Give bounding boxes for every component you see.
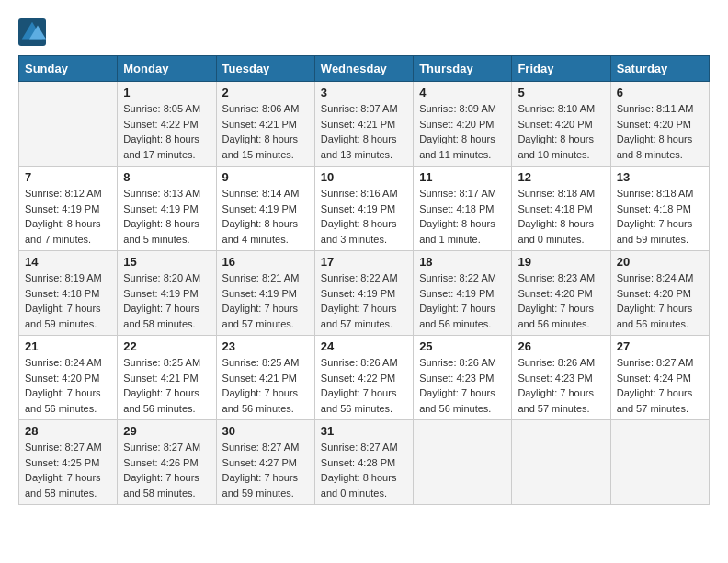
calendar-cell: 1Sunrise: 8:05 AM Sunset: 4:22 PM Daylig… — [118, 82, 216, 167]
page-header — [18, 18, 710, 46]
day-number: 4 — [419, 86, 506, 99]
day-info: Sunrise: 8:24 AM Sunset: 4:20 PM Dayligh… — [617, 270, 703, 331]
day-number: 9 — [222, 170, 309, 184]
calendar-week-row: 14Sunrise: 8:19 AM Sunset: 4:18 PM Dayli… — [19, 251, 710, 336]
day-info: Sunrise: 8:25 AM Sunset: 4:21 PM Dayligh… — [222, 355, 309, 416]
day-info: Sunrise: 8:16 AM Sunset: 4:19 PM Dayligh… — [321, 186, 407, 247]
calendar-cell: 25Sunrise: 8:26 AM Sunset: 4:23 PM Dayli… — [414, 336, 512, 420]
day-info: Sunrise: 8:11 AM Sunset: 4:20 PM Dayligh… — [617, 101, 703, 162]
day-info: Sunrise: 8:10 AM Sunset: 4:20 PM Dayligh… — [518, 101, 604, 162]
day-info: Sunrise: 8:24 AM Sunset: 4:20 PM Dayligh… — [25, 355, 111, 416]
day-number: 21 — [25, 339, 111, 353]
day-info: Sunrise: 8:09 AM Sunset: 4:20 PM Dayligh… — [419, 101, 506, 162]
calendar-cell: 6Sunrise: 8:11 AM Sunset: 4:20 PM Daylig… — [610, 82, 709, 167]
calendar-cell: 27Sunrise: 8:27 AM Sunset: 4:24 PM Dayli… — [610, 336, 709, 420]
calendar-week-row: 7Sunrise: 8:12 AM Sunset: 4:19 PM Daylig… — [19, 167, 710, 251]
day-info: Sunrise: 8:27 AM Sunset: 4:27 PM Dayligh… — [222, 440, 309, 500]
calendar-cell: 20Sunrise: 8:24 AM Sunset: 4:20 PM Dayli… — [610, 251, 709, 336]
calendar-cell: 15Sunrise: 8:20 AM Sunset: 4:19 PM Dayli… — [118, 251, 216, 336]
calendar-cell: 31Sunrise: 8:27 AM Sunset: 4:28 PM Dayli… — [314, 420, 413, 505]
weekday-header-row: SundayMondayTuesdayWednesdayThursdayFrid… — [19, 56, 710, 82]
calendar-cell: 3Sunrise: 8:07 AM Sunset: 4:21 PM Daylig… — [314, 82, 413, 167]
day-info: Sunrise: 8:27 AM Sunset: 4:25 PM Dayligh… — [25, 440, 111, 500]
day-number: 11 — [419, 170, 506, 184]
calendar-cell: 9Sunrise: 8:14 AM Sunset: 4:19 PM Daylig… — [216, 167, 314, 251]
day-number: 26 — [518, 339, 604, 353]
day-number: 22 — [123, 339, 210, 353]
calendar-cell: 28Sunrise: 8:27 AM Sunset: 4:25 PM Dayli… — [19, 420, 118, 505]
calendar-cell: 8Sunrise: 8:13 AM Sunset: 4:19 PM Daylig… — [118, 167, 216, 251]
calendar-cell — [610, 420, 709, 505]
day-number: 12 — [518, 170, 604, 184]
calendar-cell: 2Sunrise: 8:06 AM Sunset: 4:21 PM Daylig… — [216, 82, 314, 167]
calendar-cell: 26Sunrise: 8:26 AM Sunset: 4:23 PM Dayli… — [512, 336, 610, 420]
calendar-cell: 11Sunrise: 8:17 AM Sunset: 4:18 PM Dayli… — [414, 167, 512, 251]
day-info: Sunrise: 8:27 AM Sunset: 4:24 PM Dayligh… — [617, 355, 703, 416]
day-number: 24 — [321, 339, 407, 353]
day-info: Sunrise: 8:21 AM Sunset: 4:19 PM Dayligh… — [222, 270, 309, 331]
day-number: 13 — [617, 170, 703, 184]
day-info: Sunrise: 8:22 AM Sunset: 4:19 PM Dayligh… — [321, 270, 407, 331]
calendar-cell: 7Sunrise: 8:12 AM Sunset: 4:19 PM Daylig… — [19, 167, 118, 251]
day-number: 29 — [123, 424, 210, 438]
day-number: 6 — [617, 86, 703, 99]
calendar-cell: 10Sunrise: 8:16 AM Sunset: 4:19 PM Dayli… — [314, 167, 413, 251]
day-number: 28 — [25, 424, 111, 438]
day-info: Sunrise: 8:25 AM Sunset: 4:21 PM Dayligh… — [123, 355, 210, 416]
day-info: Sunrise: 8:27 AM Sunset: 4:28 PM Dayligh… — [321, 440, 407, 500]
calendar-cell — [19, 82, 118, 167]
weekday-thursday: Thursday — [414, 56, 512, 82]
calendar-cell: 21Sunrise: 8:24 AM Sunset: 4:20 PM Dayli… — [19, 336, 118, 420]
logo-icon — [18, 18, 46, 46]
weekday-monday: Monday — [118, 56, 216, 82]
day-number: 18 — [419, 255, 506, 269]
day-info: Sunrise: 8:13 AM Sunset: 4:19 PM Dayligh… — [123, 186, 210, 247]
calendar-cell: 14Sunrise: 8:19 AM Sunset: 4:18 PM Dayli… — [19, 251, 118, 336]
day-number: 10 — [321, 170, 407, 184]
day-info: Sunrise: 8:26 AM Sunset: 4:23 PM Dayligh… — [419, 355, 506, 416]
calendar-cell: 17Sunrise: 8:22 AM Sunset: 4:19 PM Dayli… — [314, 251, 413, 336]
calendar-cell: 29Sunrise: 8:27 AM Sunset: 4:26 PM Dayli… — [118, 420, 216, 505]
calendar-week-row: 1Sunrise: 8:05 AM Sunset: 4:22 PM Daylig… — [19, 82, 710, 167]
day-number: 1 — [123, 86, 210, 99]
calendar-cell: 5Sunrise: 8:10 AM Sunset: 4:20 PM Daylig… — [512, 82, 610, 167]
day-number: 23 — [222, 339, 309, 353]
calendar-cell: 23Sunrise: 8:25 AM Sunset: 4:21 PM Dayli… — [216, 336, 314, 420]
calendar-table: SundayMondayTuesdayWednesdayThursdayFrid… — [18, 55, 710, 505]
calendar-week-row: 21Sunrise: 8:24 AM Sunset: 4:20 PM Dayli… — [19, 336, 710, 420]
logo — [18, 18, 50, 46]
day-number: 3 — [321, 86, 407, 99]
day-number: 2 — [222, 86, 309, 99]
day-number: 25 — [419, 339, 506, 353]
day-number: 27 — [617, 339, 703, 353]
weekday-tuesday: Tuesday — [216, 56, 314, 82]
calendar-cell: 19Sunrise: 8:23 AM Sunset: 4:20 PM Dayli… — [512, 251, 610, 336]
weekday-saturday: Saturday — [610, 56, 709, 82]
day-info: Sunrise: 8:12 AM Sunset: 4:19 PM Dayligh… — [25, 186, 111, 247]
day-info: Sunrise: 8:05 AM Sunset: 4:22 PM Dayligh… — [123, 101, 210, 162]
day-number: 20 — [617, 255, 703, 269]
calendar-cell — [512, 420, 610, 505]
day-number: 7 — [25, 170, 111, 184]
calendar-cell: 4Sunrise: 8:09 AM Sunset: 4:20 PM Daylig… — [414, 82, 512, 167]
day-number: 19 — [518, 255, 604, 269]
day-number: 8 — [123, 170, 210, 184]
day-info: Sunrise: 8:07 AM Sunset: 4:21 PM Dayligh… — [321, 101, 407, 162]
day-info: Sunrise: 8:18 AM Sunset: 4:18 PM Dayligh… — [518, 186, 604, 247]
day-info: Sunrise: 8:22 AM Sunset: 4:19 PM Dayligh… — [419, 270, 506, 331]
calendar-cell: 24Sunrise: 8:26 AM Sunset: 4:22 PM Dayli… — [314, 336, 413, 420]
day-info: Sunrise: 8:23 AM Sunset: 4:20 PM Dayligh… — [518, 270, 604, 331]
day-number: 14 — [25, 255, 111, 269]
calendar-cell: 13Sunrise: 8:18 AM Sunset: 4:18 PM Dayli… — [610, 167, 709, 251]
day-number: 31 — [321, 424, 407, 438]
calendar-cell — [414, 420, 512, 505]
calendar-cell: 16Sunrise: 8:21 AM Sunset: 4:19 PM Dayli… — [216, 251, 314, 336]
day-info: Sunrise: 8:06 AM Sunset: 4:21 PM Dayligh… — [222, 101, 309, 162]
day-info: Sunrise: 8:14 AM Sunset: 4:19 PM Dayligh… — [222, 186, 309, 247]
weekday-wednesday: Wednesday — [314, 56, 413, 82]
day-info: Sunrise: 8:18 AM Sunset: 4:18 PM Dayligh… — [617, 186, 703, 247]
weekday-friday: Friday — [512, 56, 610, 82]
calendar-cell: 12Sunrise: 8:18 AM Sunset: 4:18 PM Dayli… — [512, 167, 610, 251]
calendar-cell: 18Sunrise: 8:22 AM Sunset: 4:19 PM Dayli… — [414, 251, 512, 336]
day-info: Sunrise: 8:26 AM Sunset: 4:23 PM Dayligh… — [518, 355, 604, 416]
